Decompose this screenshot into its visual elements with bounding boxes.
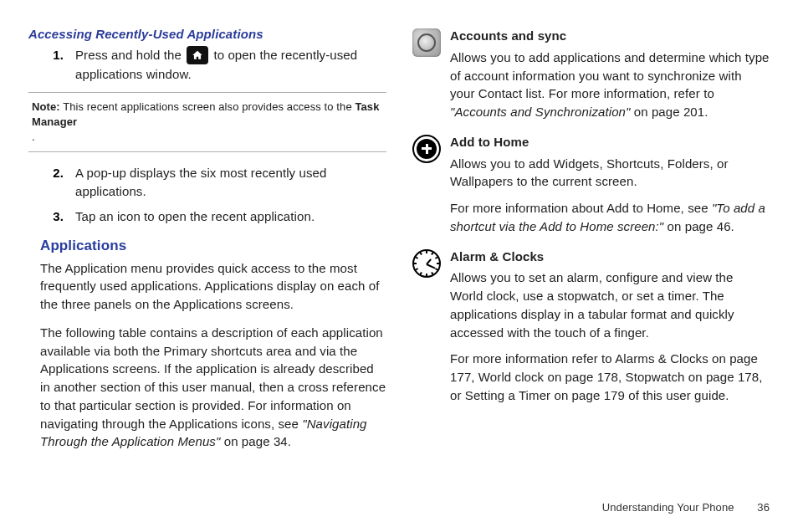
- home-key-icon: [187, 46, 208, 64]
- alarm-p1: Allows you to set an alarm, configure an…: [450, 269, 770, 341]
- entry-accounts-sync: Accounts and sync Allows you to add appl…: [412, 27, 770, 121]
- left-column: Accessing Recently-Used Applications 1. …: [25, 27, 386, 461]
- entry-title: Alarm & Clocks: [450, 248, 770, 266]
- accounts-p1-a: Allows you to add applications and deter…: [450, 50, 770, 101]
- entry-title: Add to Home: [450, 133, 770, 151]
- addhome-p2: For more information about Add to Home, …: [450, 199, 770, 236]
- step-number: 1.: [50, 46, 64, 84]
- footer-section: Understanding Your Phone: [602, 501, 734, 514]
- step1-text-a: Press and hold the: [75, 48, 185, 62]
- step-2: 2. A pop-up displays the six most recent…: [50, 164, 386, 201]
- note-label: Note:: [32, 100, 60, 113]
- entry-para: Allows you to add applications and deter…: [450, 49, 770, 121]
- accounts-sync-icon: [412, 28, 442, 59]
- step-1: 1. Press and hold the to open the recent…: [50, 46, 386, 84]
- addhome-p1: Allows you to add Widgets, Shortcuts, Fo…: [450, 155, 770, 192]
- note-text-a: This recent applications screen also pro…: [63, 100, 355, 113]
- step-3: 3. Tap an icon to open the recent applic…: [50, 207, 386, 226]
- right-column: Accounts and sync Allows you to add appl…: [412, 27, 773, 461]
- addhome-p2-a: For more information about Add to Home, …: [450, 201, 712, 215]
- step-number: 2.: [50, 164, 64, 201]
- entry-body: Accounts and sync Allows you to add appl…: [450, 27, 770, 121]
- manual-page: Accessing Recently-Used Applications 1. …: [0, 0, 798, 532]
- alarm-p2: For more information refer to Alarms & C…: [450, 350, 770, 404]
- applications-para-2: The following table contains a descripti…: [40, 324, 386, 451]
- alarm-clocks-icon: [412, 249, 442, 279]
- note-body: This recent applications screen also pro…: [32, 100, 380, 143]
- heading-applications: Applications: [40, 238, 386, 254]
- entry-body: Add to Home Allows you to add Widgets, S…: [450, 133, 770, 236]
- heading-accessing-recent: Accessing Recently-Used Applications: [28, 27, 386, 41]
- step-text: A pop-up displays the six most recently …: [75, 164, 386, 201]
- apps-p2-a: The following table contains a descripti…: [40, 325, 386, 431]
- note-text-b: .: [32, 130, 35, 143]
- entry-add-to-home: Add to Home Allows you to add Widgets, S…: [412, 133, 770, 236]
- steps-list: 1. Press and hold the to open the recent…: [28, 46, 386, 84]
- footer-page-number: 36: [757, 501, 770, 514]
- add-to-home-icon: [412, 135, 442, 165]
- accounts-p1-b: on page 201.: [634, 105, 708, 119]
- entry-title: Accounts and sync: [450, 27, 770, 45]
- step-text: Tap an icon to open the recent applicati…: [75, 207, 386, 226]
- addhome-p2-b: on page 46.: [668, 219, 734, 233]
- entry-alarm-clocks: Alarm & Clocks Allows you to set an alar…: [412, 248, 770, 405]
- apps-p2-b: on page 34.: [224, 434, 291, 448]
- entry-body: Alarm & Clocks Allows you to set an alar…: [450, 248, 770, 405]
- applications-para-1: The Application menu provides quick acce…: [40, 259, 386, 314]
- accounts-p1-italic: "Accounts and Synchronization": [450, 105, 630, 119]
- steps-list-cont: 2. A pop-up displays the six most recent…: [28, 164, 386, 225]
- two-column-layout: Accessing Recently-Used Applications 1. …: [25, 27, 773, 461]
- note-box: Note: This recent applications screen al…: [28, 92, 386, 153]
- step-number: 3.: [50, 207, 64, 226]
- step-text: Press and hold the to open the recently-…: [75, 46, 386, 84]
- page-footer: Understanding Your Phone 36: [602, 501, 770, 514]
